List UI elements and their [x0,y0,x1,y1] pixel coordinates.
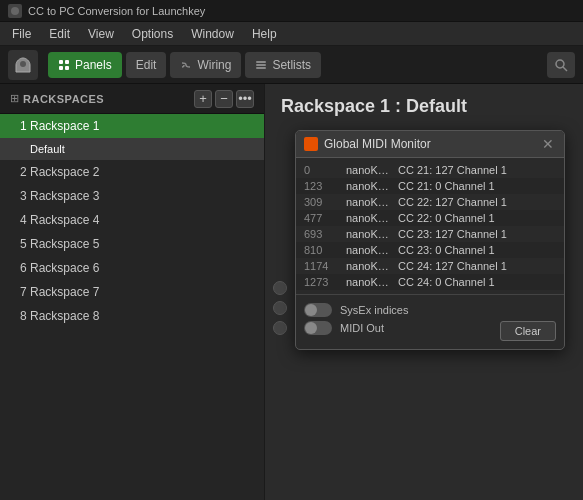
remove-rackspace-button[interactable]: − [215,90,233,108]
midi-time: 123 [304,180,346,192]
midi-message: CC 22: 127 Channel 1 [398,196,556,208]
midi-message: CC 21: 127 Channel 1 [398,164,556,176]
menu-help[interactable]: Help [244,25,285,43]
menu-window[interactable]: Window [183,25,242,43]
midi-message: CC 23: 127 Channel 1 [398,228,556,240]
midi-device: nanoK… [346,196,398,208]
svg-rect-11 [306,139,316,149]
search-icon [554,58,568,72]
sysex-toggle[interactable] [304,303,332,317]
midi-monitor-dialog: Global MIDI Monitor ✕ 0 nanoK… CC 21: 12… [295,130,565,350]
midi-time: 1174 [304,260,346,272]
clear-button[interactable]: Clear [500,321,556,341]
svg-rect-6 [256,61,266,63]
midi-table-row: 1174 nanoK… CC 24: 127 Channel 1 [296,258,564,274]
more-rackspace-button[interactable]: ••• [236,90,254,108]
midi-monitor-icon [304,137,318,151]
scroll-handle [273,281,287,335]
svg-point-9 [556,60,564,68]
panels-icon [58,59,70,71]
setlists-button[interactable]: Setlists [245,52,321,78]
midi-monitor-header: Global MIDI Monitor ✕ [296,131,564,158]
rackspace-5[interactable]: 5 Rackspace 5 [0,232,264,256]
midi-message: CC 24: 0 Channel 1 [398,276,556,288]
midi-time: 309 [304,196,346,208]
sidebar-title: RACKSPACES [23,93,190,105]
midi-device: nanoK… [346,164,398,176]
midi-device: nanoK… [346,276,398,288]
midi-message: CC 23: 0 Channel 1 [398,244,556,256]
scroll-dot-2 [273,301,287,315]
midi-table-row: 477 nanoK… CC 22: 0 Channel 1 [296,210,564,226]
title-bar-text: CC to PC Conversion for Launchkey [28,5,205,17]
svg-point-0 [11,7,19,15]
midi-device: nanoK… [346,260,398,272]
midi-time: 477 [304,212,346,224]
midi-device: nanoK… [346,212,398,224]
svg-rect-2 [59,60,63,64]
sidebar: ⊞ RACKSPACES + − ••• 1 Rackspace 1 Defau… [0,84,265,500]
menu-options[interactable]: Options [124,25,181,43]
midi-table: 0 nanoK… CC 21: 127 Channel 1 123 nanoK…… [296,158,564,294]
sysex-label: SysEx indices [340,304,408,316]
midi-time: 693 [304,228,346,240]
add-rackspace-button[interactable]: + [194,90,212,108]
app-icon [8,4,22,18]
default-preset[interactable]: Default [0,138,264,160]
sysex-row: SysEx indices [304,303,556,317]
search-button[interactable] [547,52,575,78]
logo [8,50,38,80]
svg-line-10 [563,67,567,71]
svg-rect-4 [59,66,63,70]
sidebar-header: ⊞ RACKSPACES + − ••• [0,84,264,114]
panel-body: Global MIDI Monitor ✕ 0 nanoK… CC 21: 12… [265,125,583,491]
midi-message: CC 21: 0 Channel 1 [398,180,556,192]
midi-out-label: MIDI Out [340,322,384,334]
midi-device: nanoK… [346,228,398,240]
midi-monitor-title: Global MIDI Monitor [324,137,534,151]
wiring-button[interactable]: Wiring [170,52,241,78]
rackspace-2[interactable]: 2 Rackspace 2 [0,160,264,184]
midi-table-row: 309 nanoK… CC 22: 127 Channel 1 [296,194,564,210]
menu-bar: File Edit View Options Window Help [0,22,583,46]
scroll-dot-3 [273,321,287,335]
main-panel: Rackspace 1 : Default Global MIDI Monito… [265,84,583,500]
main-content: ⊞ RACKSPACES + − ••• 1 Rackspace 1 Defau… [0,84,583,500]
midi-table-row: 123 nanoK… CC 21: 0 Channel 1 [296,178,564,194]
title-bar: CC to PC Conversion for Launchkey [0,0,583,22]
midi-device: nanoK… [346,244,398,256]
midi-monitor-close-button[interactable]: ✕ [540,136,556,152]
rackspace-8[interactable]: 8 Rackspace 8 [0,304,264,328]
edit-button[interactable]: Edit [126,52,167,78]
panels-button[interactable]: Panels [48,52,122,78]
grid-icon: ⊞ [10,92,19,105]
midi-table-row: 1273 nanoK… CC 24: 0 Channel 1 [296,274,564,290]
midi-device: nanoK… [346,180,398,192]
midi-message: CC 22: 0 Channel 1 [398,212,556,224]
svg-rect-3 [65,60,69,64]
setlists-icon [255,59,267,71]
rackspace-4[interactable]: 4 Rackspace 4 [0,208,264,232]
rackspace-6[interactable]: 6 Rackspace 6 [0,256,264,280]
menu-file[interactable]: File [4,25,39,43]
rackspace-7[interactable]: 7 Rackspace 7 [0,280,264,304]
rackspace-1[interactable]: 1 Rackspace 1 [0,114,264,138]
midi-out-toggle[interactable] [304,321,332,335]
menu-view[interactable]: View [80,25,122,43]
scroll-dot-1 [273,281,287,295]
menu-edit[interactable]: Edit [41,25,78,43]
sidebar-actions: + − ••• [194,90,254,108]
svg-rect-5 [65,66,69,70]
midi-time: 810 [304,244,346,256]
midi-time: 1273 [304,276,346,288]
midi-table-row: 810 nanoK… CC 23: 0 Channel 1 [296,242,564,258]
wiring-icon [180,59,192,71]
svg-point-1 [20,61,26,67]
midi-table-row: 0 nanoK… CC 21: 127 Channel 1 [296,162,564,178]
svg-rect-7 [256,64,266,66]
panel-header: Rackspace 1 : Default [265,84,583,125]
rackspace-3[interactable]: 3 Rackspace 3 [0,184,264,208]
toolbar: Panels Edit Wiring Setlists [0,46,583,84]
midi-footer: SysEx indices MIDI Out Clear [296,294,564,349]
midi-message: CC 24: 127 Channel 1 [398,260,556,272]
